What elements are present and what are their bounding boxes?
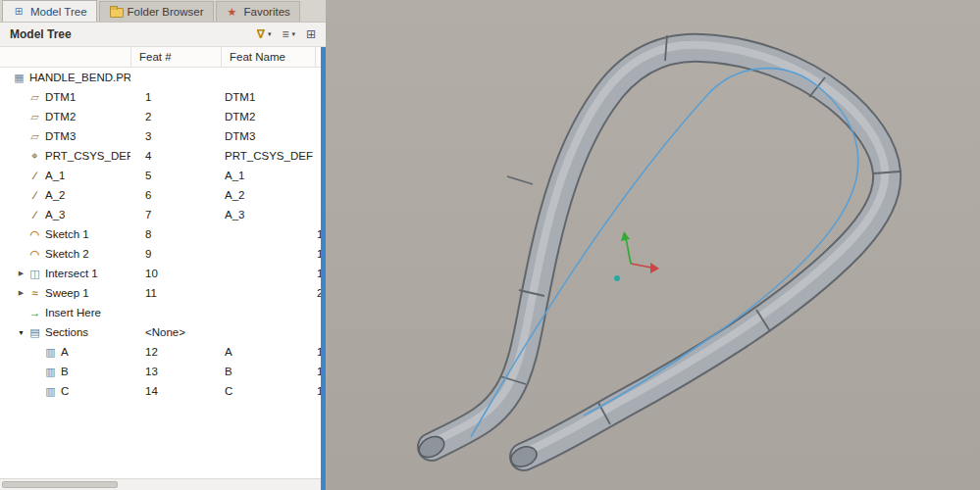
tree-item: ◠Sketch 1: [0, 224, 130, 244]
indent-spacer: [0, 117, 27, 118]
indent-spacer: [0, 136, 27, 137]
datum-plane-icon: ▱: [27, 92, 42, 103]
horizontal-scrollbar-thumb[interactable]: [2, 481, 118, 488]
tree-row[interactable]: ▥A12A1: [0, 342, 326, 362]
tree-item-label: Intersect 1: [45, 268, 98, 279]
settings-icon: ≡: [282, 28, 288, 40]
tree-item: →Insert Here: [0, 303, 130, 322]
tree-item: ▥A: [0, 342, 130, 362]
star-icon: ★: [226, 6, 239, 18]
folder-icon: [109, 6, 123, 18]
panel-title: Model Tree: [10, 27, 257, 41]
tab-favorites[interactable]: ★Favorites: [216, 1, 300, 22]
tab-bar: ⊞Model TreeFolder Browser★Favorites: [0, 0, 326, 23]
feat-name-cell: C: [221, 385, 315, 397]
sketch-icon: ◠: [27, 229, 42, 240]
feat-name-cell: A_2: [221, 189, 315, 201]
tree-row[interactable]: ◠Sketch 181: [0, 224, 326, 244]
tree-item-label: Sketch 1: [45, 228, 89, 240]
tree-row[interactable]: →Insert Here: [0, 303, 326, 322]
tree-item-label: Sweep 1: [45, 287, 89, 299]
tree-item-label: DTM1: [45, 91, 76, 103]
tree-row[interactable]: ∕A_26A_2: [0, 185, 326, 205]
expand-arrow-icon[interactable]: ▶: [15, 270, 27, 277]
horizontal-scrollbar[interactable]: [0, 478, 326, 490]
tree-row[interactable]: ∕A_37A_3: [0, 205, 326, 224]
tree-row[interactable]: ▱DTM33DTM3: [0, 126, 326, 146]
tree-row[interactable]: ▱DTM22DTM2: [0, 107, 326, 126]
csys-y-axis: [626, 238, 631, 264]
column-header[interactable]: Feat #: [130, 47, 221, 67]
tab-label: Folder Browser: [128, 6, 204, 18]
tree-row[interactable]: ▶≈Sweep 1112: [0, 283, 326, 303]
feat-name-cell: A_3: [221, 209, 315, 220]
indent-spacer: [0, 175, 27, 176]
tree-row[interactable]: ⌖PRT_CSYS_DEF4PRT_CSYS_DEF: [0, 146, 326, 166]
axis-icon: ∕: [27, 171, 42, 181]
feat-number-cell: 1: [130, 91, 221, 103]
tree-item: ▼▤Sections: [0, 322, 130, 342]
collapse-arrow-icon[interactable]: ▼: [15, 329, 27, 336]
tree-item-label: Sketch 2: [45, 248, 89, 260]
tree-row[interactable]: ▥C14C1: [0, 381, 326, 401]
feat-name-cell: B: [221, 366, 315, 377]
indent-spacer: [0, 273, 15, 274]
tree-item-label: PRT_CSYS_DEF: [45, 150, 130, 162]
feat-name-cell: DTM1: [221, 91, 315, 103]
section-icon: ▥: [43, 386, 58, 397]
tree-item: ⌖PRT_CSYS_DEF: [0, 146, 130, 166]
tree-row[interactable]: ▦HANDLE_BEND.PRT: [0, 68, 326, 87]
tree-item-label: Insert Here: [45, 307, 101, 318]
tree-item-label: A_3: [45, 209, 65, 220]
panel-splitter[interactable]: [321, 47, 326, 490]
axis-icon: ∕: [27, 210, 42, 220]
tree-row[interactable]: ▥B13B1: [0, 362, 326, 381]
indent-spacer: [0, 254, 27, 255]
filter-button[interactable]: ∇▾: [257, 28, 272, 40]
indent-spacer: [0, 215, 27, 216]
dropdown-caret-icon: ▾: [268, 30, 272, 38]
tree-item-label: A_2: [45, 189, 65, 201]
section-icon: ▥: [43, 367, 58, 377]
tree-item: ▱DTM3: [0, 126, 130, 146]
sections-icon: ▤: [27, 327, 42, 338]
filter-icon: ∇: [257, 28, 265, 40]
tree-item: ▥C: [0, 381, 130, 401]
tree-item: ▥B: [0, 362, 130, 381]
feat-number-cell: 6: [130, 189, 221, 201]
tree-item: ∕A_1: [0, 166, 130, 185]
graphics-viewport[interactable]: [327, 0, 980, 490]
sweep-icon: ≈: [27, 288, 42, 299]
tree-row[interactable]: ∕A_15A_1: [0, 166, 326, 185]
section-icon: ▥: [43, 347, 58, 358]
expand-arrow-icon[interactable]: ▶: [15, 289, 27, 297]
tab-folder-browser[interactable]: Folder Browser: [99, 1, 214, 22]
insert-here-icon: →: [27, 307, 42, 318]
csys-triad: [614, 231, 659, 281]
tree-row[interactable]: ▱DTM11DTM1: [0, 87, 326, 107]
tree-item: ∕A_3: [0, 205, 130, 224]
tree-item: ▶◫Intersect 1: [0, 264, 130, 283]
tab-model-tree[interactable]: ⊞Model Tree: [2, 0, 97, 22]
part-icon: ▦: [12, 73, 26, 83]
model-tree-panel: ⊞Model TreeFolder Browser★Favorites Mode…: [0, 0, 327, 490]
indent-spacer: [0, 97, 27, 98]
indent-spacer: [0, 352, 43, 353]
column-header[interactable]: Feat Name: [221, 47, 315, 67]
feat-number-cell: 13: [130, 366, 221, 377]
tree-item-label: HANDLE_BEND.PRT: [29, 72, 130, 83]
tree-row[interactable]: ▼▤Sections<None>: [0, 322, 326, 342]
tree-row[interactable]: ◠Sketch 291: [0, 244, 326, 264]
feat-name-cell: DTM2: [221, 111, 315, 122]
panel-header: Model Tree ∇▾≡▾⊞: [0, 23, 326, 47]
feat-name-cell: A_1: [221, 170, 315, 181]
settings-button[interactable]: ≡▾: [282, 28, 295, 40]
indent-spacer: [0, 332, 15, 333]
csys-x-axis: [631, 264, 651, 268]
feat-number-cell: 3: [130, 130, 221, 142]
columns-icon: ⊞: [306, 28, 316, 40]
feat-number-cell: 7: [130, 209, 221, 220]
columns-button[interactable]: ⊞: [306, 28, 316, 40]
viewport-canvas: [327, 0, 979, 490]
tree-row[interactable]: ▶◫Intersect 1101: [0, 264, 326, 283]
